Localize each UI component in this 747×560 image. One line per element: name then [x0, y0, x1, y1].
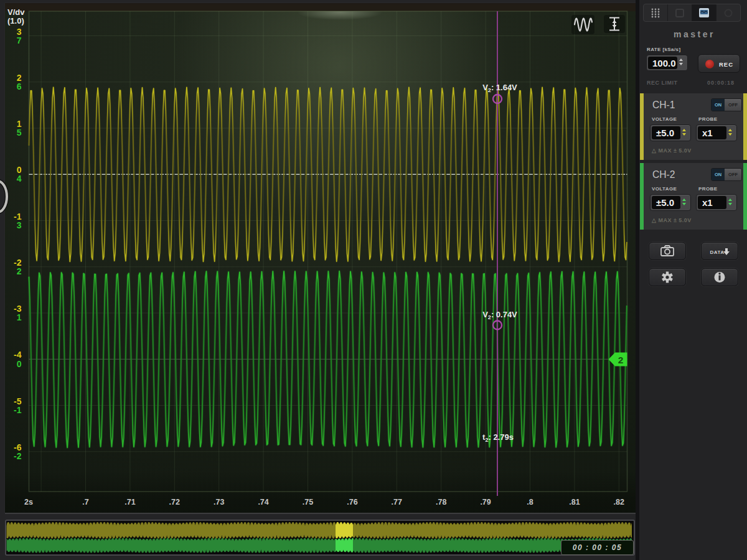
svg-text:3: 3 — [17, 220, 22, 230]
svg-text:.81: .81 — [569, 498, 580, 506]
svg-text:(1.0): (1.0) — [7, 16, 24, 26]
svg-text:V/dv: V/dv — [7, 7, 25, 17]
svg-text:2s: 2s — [24, 498, 33, 506]
svg-text:.71: .71 — [125, 498, 135, 506]
svg-text:5: 5 — [17, 128, 22, 138]
svg-text:4: 4 — [17, 174, 22, 184]
svg-text:DATA: DATA — [710, 250, 724, 255]
svg-text:.7: .7 — [82, 498, 88, 506]
svg-text:.76: .76 — [347, 498, 357, 506]
svg-text:V2: 1.64V: V2: 1.64V — [482, 83, 517, 93]
svg-text:.72: .72 — [169, 498, 180, 506]
svg-text:1: 1 — [17, 312, 22, 322]
svg-text:-2: -2 — [14, 451, 22, 461]
svg-text:6: 6 — [17, 82, 22, 91]
svg-text:.74: .74 — [258, 498, 268, 506]
svg-text:.79: .79 — [480, 498, 491, 506]
svg-text:.73: .73 — [214, 498, 224, 506]
svg-text:t2: 2.79s: t2: 2.79s — [482, 432, 514, 443]
svg-text:2: 2 — [618, 355, 624, 365]
svg-text:.82: .82 — [614, 498, 624, 506]
svg-text:0: 0 — [17, 359, 22, 369]
svg-text:-1: -1 — [14, 405, 22, 415]
svg-text:7: 7 — [17, 35, 22, 45]
svg-text:.77: .77 — [392, 498, 402, 506]
svg-text:.8: .8 — [527, 498, 533, 506]
svg-text:.78: .78 — [436, 498, 446, 506]
svg-text:V2: 0.74V: V2: 0.74V — [482, 310, 517, 320]
svg-text:2: 2 — [17, 266, 22, 276]
svg-text:.75: .75 — [303, 498, 313, 506]
